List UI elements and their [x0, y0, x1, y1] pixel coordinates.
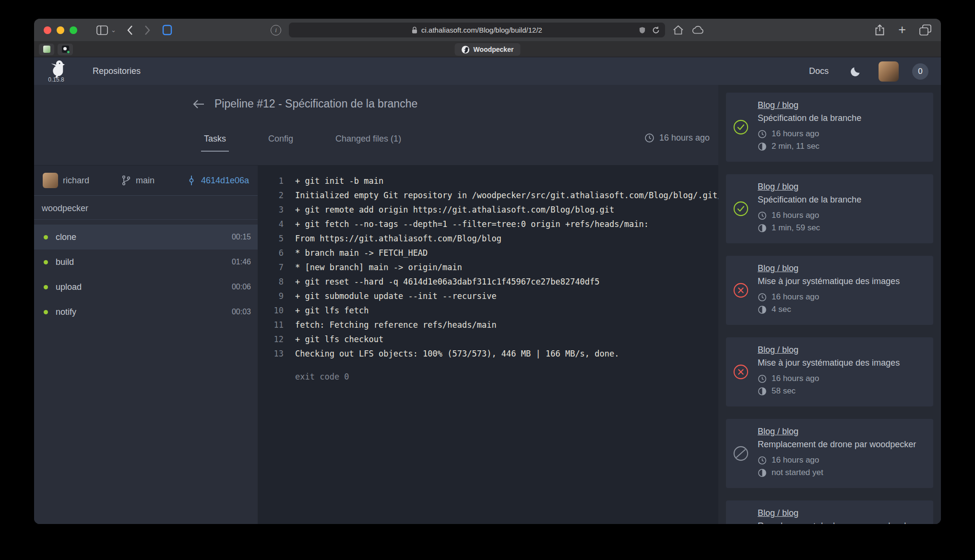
- new-tab-icon[interactable]: +: [898, 24, 906, 36]
- success-status-icon: [733, 119, 749, 135]
- app-navbar: 0.15.8 Repositories Docs 0: [34, 58, 941, 85]
- tab-overview-icon[interactable]: [919, 24, 931, 36]
- log-line: * [new branch] main -> origin/main: [295, 260, 462, 274]
- pipeline-title: Pipeline #12 - Spécification de la branc…: [214, 97, 417, 110]
- task-row-upload[interactable]: upload 00:06: [34, 274, 258, 299]
- line-number: 3: [264, 203, 284, 217]
- line-number: 11: [264, 318, 284, 332]
- pipeline-card[interactable]: Blog / blog Mise à jour systématique des…: [726, 337, 933, 406]
- repo-link[interactable]: Blog / blog: [758, 100, 798, 110]
- back-icon[interactable]: [127, 25, 133, 36]
- log-line: + git init -b main: [295, 174, 383, 188]
- tab-changed-files[interactable]: Changed files (1): [333, 132, 404, 151]
- success-dot-icon: [44, 260, 48, 264]
- failure-status-icon: [733, 283, 749, 298]
- pipeline-tabs: Tasks Config Changed files (1) 16 hours …: [201, 132, 710, 152]
- woodpecker-favicon-icon: [62, 46, 69, 53]
- log-line: + git fetch --no-tags --depth=1 --filter…: [295, 217, 649, 231]
- commit-message: Spécification de la branche: [758, 113, 926, 123]
- web-app-icon[interactable]: [162, 24, 172, 36]
- clock-icon: [758, 130, 767, 139]
- sidebar-toggle-icon[interactable]: [96, 25, 108, 35]
- line-number: 13: [264, 346, 284, 361]
- tab-tasks[interactable]: Tasks: [201, 132, 229, 152]
- branch-item: main: [121, 175, 155, 186]
- clock-icon: [758, 456, 767, 465]
- pipeline-time: 16 hours ago: [644, 132, 710, 143]
- content-blocker-icon[interactable]: [639, 26, 646, 34]
- git-branch-icon: [121, 175, 131, 186]
- pipeline-header: Pipeline #12 - Spécification de la branc…: [34, 85, 718, 165]
- tab-title: Woodpecker: [474, 46, 514, 53]
- duration: 4 sec: [772, 305, 791, 314]
- theme-toggle-button[interactable]: [850, 66, 861, 77]
- traffic-lights: [44, 26, 77, 34]
- notifications-badge[interactable]: 0: [912, 63, 928, 80]
- lock-icon: [412, 26, 417, 34]
- success-dot-icon: [44, 235, 48, 239]
- nav-docs-link[interactable]: Docs: [809, 66, 829, 76]
- pipeline-card[interactable]: Blog / blog Spécification de la branche …: [726, 174, 933, 243]
- page-settings-icon[interactable]: i: [271, 25, 281, 36]
- commit-message: Spécification de la branche: [758, 195, 926, 205]
- repo-link[interactable]: Blog / blog: [758, 508, 798, 518]
- back-arrow-icon[interactable]: [192, 99, 205, 109]
- repo-link[interactable]: Blog / blog: [758, 182, 798, 192]
- browser-toolbar: ⌄ i ci.athaliasoft.com/Blog/blog/build/1…: [34, 19, 941, 42]
- home-icon[interactable]: [673, 25, 684, 35]
- icloud-tabs-icon[interactable]: [691, 25, 704, 35]
- workflow-name: woodpecker: [34, 196, 258, 220]
- pipeline-card[interactable]: Blog / blog Spécification de la branche …: [726, 93, 933, 162]
- line-number: 5: [264, 231, 284, 246]
- line-number: 12: [264, 332, 284, 346]
- pipeline-card[interactable]: Blog / blog Mise à jour systématique des…: [726, 256, 933, 325]
- duration-icon: [758, 387, 767, 396]
- repo-link[interactable]: Blog / blog: [758, 427, 798, 437]
- share-icon[interactable]: [875, 24, 885, 36]
- close-window-button[interactable]: [44, 26, 51, 34]
- log-line: + git lfs fetch: [295, 303, 369, 318]
- user-avatar[interactable]: [879, 61, 899, 82]
- url-bar[interactable]: ci.athaliasoft.com/Blog/blog/build/12/2: [289, 23, 665, 37]
- pipeline-card[interactable]: Blog / blog Remplacement de drone par wo…: [726, 419, 933, 488]
- failure-status-icon: [733, 364, 749, 380]
- woodpecker-logo[interactable]: 0.15.8: [47, 60, 66, 83]
- forward-icon[interactable]: [144, 25, 151, 36]
- duration-icon: [758, 142, 767, 151]
- pinned-tab-2[interactable]: [58, 44, 73, 55]
- commit-message: Mise à jour systématique des images: [758, 358, 926, 368]
- log-line: fetch: Fetching reference refs/heads/mai…: [295, 318, 497, 332]
- log-line: + git lfs checkout: [295, 332, 383, 346]
- duration: 1 min, 59 sec: [772, 223, 820, 233]
- time-ago: 16 hours ago: [772, 211, 819, 220]
- reload-icon[interactable]: [652, 26, 660, 35]
- task-row-notify[interactable]: notify 00:03: [34, 299, 258, 324]
- active-tab[interactable]: Woodpecker: [455, 43, 521, 56]
- pinned-tab-1[interactable]: [39, 44, 54, 55]
- branch-name: main: [136, 176, 155, 186]
- commit-message: Mise à jour systématique des images: [758, 276, 926, 286]
- nav-repositories-link[interactable]: Repositories: [93, 66, 141, 76]
- task-row-clone[interactable]: clone 00:15: [34, 225, 258, 250]
- success-dot-icon: [44, 285, 48, 289]
- pipeline-history-sidebar: Blog / blog Spécification de la branche …: [718, 85, 941, 524]
- line-number: 9: [264, 289, 284, 303]
- repo-link[interactable]: Blog / blog: [758, 345, 798, 355]
- success-status-icon: [733, 201, 749, 216]
- log-line: + git reset --hard -q 4614d1e06a3dabf311…: [295, 274, 600, 289]
- log-line: * branch main -> FETCH_HEAD: [295, 246, 428, 260]
- author-name: richard: [63, 176, 89, 186]
- woodpecker-app: 0.15.8 Repositories Docs 0: [34, 58, 941, 524]
- minimize-window-button[interactable]: [57, 26, 64, 34]
- pipeline-card[interactable]: Blog / blog Remplacement de drone par wo…: [726, 500, 933, 524]
- log-line: + git submodule update --init --recursiv…: [295, 289, 497, 303]
- git-commit-icon: [187, 175, 196, 186]
- tab-config[interactable]: Config: [265, 132, 296, 151]
- commit-hash-link[interactable]: 4614d1e06a: [201, 176, 249, 186]
- chevron-down-icon[interactable]: ⌄: [111, 26, 116, 34]
- fullscreen-window-button[interactable]: [70, 26, 77, 34]
- repo-link[interactable]: Blog / blog: [758, 263, 798, 274]
- task-row-build[interactable]: build 01:46: [34, 250, 258, 274]
- log-line: Initialized empty Git repository in /woo…: [295, 188, 718, 203]
- time-ago: 16 hours ago: [772, 374, 819, 383]
